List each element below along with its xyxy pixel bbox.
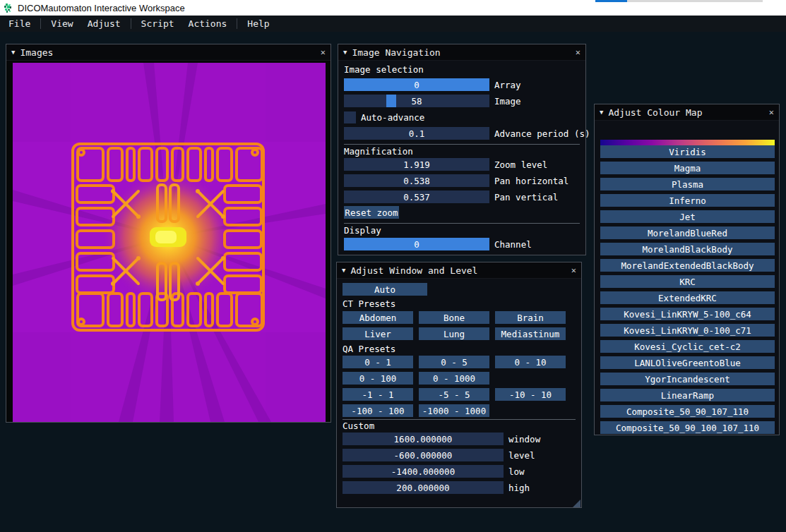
image-label: Image (494, 96, 521, 107)
colormap-linearramp-button[interactable]: LinearRamp (600, 389, 775, 401)
close-icon[interactable]: ✕ (571, 265, 576, 275)
resize-grip[interactable] (573, 500, 580, 507)
advance-period-input[interactable]: 0.1 (344, 127, 489, 140)
colormap-inferno-button[interactable]: Inferno (600, 194, 775, 207)
image-value: 58 (411, 96, 422, 107)
window-label: window (508, 434, 540, 445)
menu-bar: File View Adjust Script Actions Help (0, 16, 786, 32)
menu-separator (131, 18, 131, 29)
colormap-plasma-button[interactable]: Plasma (600, 178, 775, 191)
pan-horizontal-input[interactable]: 0.538 (344, 174, 489, 187)
window-value: 1600.000000 (394, 434, 453, 445)
colormap-kovesi-linkryw-5-100-c64-button[interactable]: Kovesi_LinKRYW_5-100_c64 (600, 308, 775, 320)
images-panel: ▼ Images ✕ (6, 44, 331, 423)
level-value: -600.000000 (394, 450, 453, 461)
colormap-morelandbluered-button[interactable]: MorelandBlueRed (600, 226, 775, 239)
close-icon[interactable]: ✕ (576, 47, 580, 57)
section-separator (343, 419, 576, 420)
section-separator (344, 144, 580, 145)
menu-file[interactable]: File (1, 18, 37, 29)
menu-script[interactable]: Script (134, 18, 181, 29)
advance-period-label: Advance period (s) (494, 128, 590, 139)
qa-0-10-button[interactable]: 0 - 10 (495, 356, 566, 368)
menu-separator (237, 18, 237, 29)
preset-mediastinum-button[interactable]: Mediastinum (495, 327, 566, 340)
channel-label: Channel (494, 239, 532, 250)
image-slider-grab[interactable] (386, 95, 396, 107)
collapse-arrow-icon[interactable]: ▼ (342, 267, 345, 274)
low-input[interactable]: -1400.000000 (343, 465, 504, 478)
zoom-level-input[interactable]: 1.919 (344, 158, 489, 171)
colormap-morelandblackbody-button[interactable]: MorelandBlackBody (600, 243, 775, 255)
colormap-jet-button[interactable]: Jet (600, 210, 775, 223)
pan-vertical-input[interactable]: 0.537 (344, 191, 489, 203)
magnification-heading: Magnification (344, 146, 413, 157)
qa-neg100-100-button[interactable]: -100 - 100 (343, 404, 413, 417)
reset-zoom-button[interactable]: Reset zoom (344, 206, 399, 219)
colormap-magma-button[interactable]: Magma (600, 162, 775, 174)
array-slider[interactable]: 0 (344, 78, 489, 91)
auto-advance-checkbox[interactable] (344, 111, 356, 123)
window-level-title: Adjust Window and Level (350, 265, 477, 276)
image-navigation-title: Image Navigation (352, 47, 440, 58)
qa-0-1000-button[interactable]: 0 - 1000 (419, 372, 489, 385)
colormap-ygorincandescent-button[interactable]: YgorIncandescent (600, 373, 775, 385)
qa-neg10-10-button[interactable]: -10 - 10 (495, 388, 566, 401)
pan-horizontal-value: 0.538 (403, 176, 430, 186)
images-panel-header[interactable]: ▼ Images ✕ (6, 44, 331, 61)
colormap-kovesi-cyclic-cet-c2-button[interactable]: Kovesi_Cyclic_cet-c2 (600, 340, 775, 353)
window-level-panel: ▼ Adjust Window and Level ✕ Auto CT Pres… (336, 262, 582, 508)
colormap-composite-50-90-107-110-button[interactable]: Composite_50_90_107_110 (600, 405, 775, 418)
app-icon (3, 3, 13, 13)
progress-strip-gray (627, 0, 763, 2)
close-icon[interactable]: ✕ (321, 47, 326, 57)
auto-button[interactable]: Auto (343, 283, 427, 296)
preset-abdomen-button[interactable]: Abdomen (343, 311, 413, 324)
collapse-arrow-icon[interactable]: ▼ (11, 49, 15, 56)
collapse-arrow-icon[interactable]: ▼ (600, 109, 603, 116)
preset-brain-button[interactable]: Brain (495, 311, 566, 324)
collapse-arrow-icon[interactable]: ▼ (343, 49, 347, 56)
preset-liver-button[interactable]: Liver (343, 327, 413, 340)
image-selection-heading: Image selection (344, 64, 424, 75)
menu-actions[interactable]: Actions (181, 18, 234, 29)
colormap-kovesi-linkryw-0-100-c71-button[interactable]: Kovesi_LinKRYW_0-100_c71 (600, 324, 775, 337)
menu-adjust[interactable]: Adjust (81, 18, 128, 29)
colormap-extendedkrc-button[interactable]: ExtendedKRC (600, 291, 775, 304)
window-level-header[interactable]: ▼ Adjust Window and Level ✕ (337, 262, 581, 279)
image-navigation-header[interactable]: ▼ Image Navigation ✕ (338, 44, 585, 61)
colormap-lanlolivegreentoblue-button[interactable]: LANLOliveGreentoBlue (600, 356, 775, 369)
zoom-level-label: Zoom level (494, 159, 547, 170)
preset-lung-button[interactable]: Lung (419, 327, 489, 340)
colormap-morelandextendedblackbody-button[interactable]: MorelandExtendedBlackBody (600, 259, 775, 272)
window-input[interactable]: 1600.000000 (343, 433, 504, 445)
colormap-viridis-button[interactable]: Viridis (600, 145, 775, 158)
qa-neg5-5-button[interactable]: -5 - 5 (419, 388, 489, 401)
qa-0-1-button[interactable]: 0 - 1 (343, 356, 413, 368)
menu-view[interactable]: View (44, 18, 80, 29)
image-slider[interactable]: 58 (344, 95, 489, 107)
channel-slider[interactable]: 0 (344, 238, 489, 250)
colormap-krc-button[interactable]: KRC (600, 275, 775, 288)
qa-0-5-button[interactable]: 0 - 5 (419, 356, 489, 368)
high-label: high (508, 483, 530, 493)
titlebar-progress-strip (595, 0, 763, 2)
colour-map-header[interactable]: ▼ Adjust Colour Map ✕ (595, 104, 779, 121)
level-input[interactable]: -600.000000 (343, 449, 504, 461)
auto-advance-label: Auto-advance (361, 112, 424, 123)
close-icon[interactable]: ✕ (769, 107, 774, 117)
qa-neg1000-1000-button[interactable]: -1000 - 1000 (419, 404, 489, 417)
qa-neg1-1-button[interactable]: -1 - 1 (343, 388, 413, 401)
preset-bone-button[interactable]: Bone (419, 311, 489, 324)
advance-period-value: 0.1 (409, 128, 425, 139)
colormap-composite-50-90-100-107-110-button[interactable]: Composite_50_90_100_107_110 (600, 421, 775, 434)
pan-vertical-value: 0.537 (403, 192, 430, 202)
images-panel-title: Images (20, 47, 53, 58)
qa-0-100-button[interactable]: 0 - 100 (343, 372, 413, 385)
title-bar: DICOMautomaton Interactive Workspace (0, 0, 786, 16)
menu-help[interactable]: Help (240, 18, 276, 29)
high-input[interactable]: 200.000000 (343, 481, 504, 494)
zoom-level-value: 1.919 (403, 159, 430, 170)
high-value: 200.000000 (396, 483, 449, 493)
ct-image[interactable] (13, 63, 326, 422)
